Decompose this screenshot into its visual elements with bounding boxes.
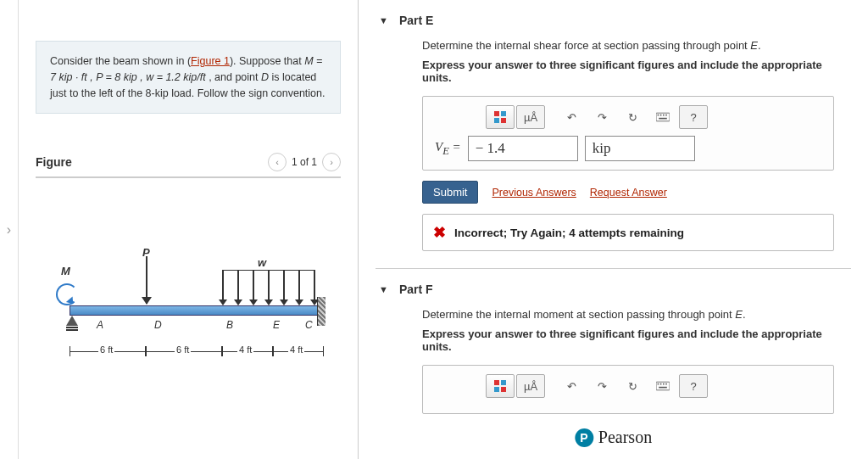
svg-rect-15 <box>658 383 659 385</box>
part-e-header[interactable]: ▼ Part E <box>376 0 851 36</box>
svg-rect-9 <box>659 118 667 120</box>
svg-rect-11 <box>501 380 506 385</box>
svg-rect-6 <box>660 115 662 116</box>
part-e-title: Part E <box>399 14 433 27</box>
dist-w-label: w <box>258 256 266 269</box>
svg-rect-10 <box>494 380 499 385</box>
svg-rect-12 <box>494 387 499 392</box>
feedback-box: ✖ Incorrect; Try Again; 4 attempts remai… <box>422 214 834 251</box>
previous-answers-link[interactable]: Previous Answers <box>492 187 576 199</box>
keyboard-button[interactable] <box>648 105 677 129</box>
pearson-logo-icon: P <box>575 428 593 447</box>
wall-support-icon <box>317 297 326 326</box>
value-input[interactable] <box>468 136 578 161</box>
intro-text: ). Suppose that <box>230 55 304 67</box>
part-e-answer-box: µÅ ↶ ↷ ↻ ? VE = <box>422 96 834 171</box>
panel-expand-handle[interactable]: › <box>0 0 19 459</box>
point-load-arrow-icon <box>146 256 147 304</box>
templates-button[interactable] <box>486 374 515 398</box>
problem-statement: Consider the beam shown in (Figure 1). S… <box>36 41 341 114</box>
svg-rect-18 <box>665 383 667 385</box>
figure-link[interactable]: Figure 1 <box>191 55 230 67</box>
dimension-row: 6 ft 6 ft 4 ft 4 ft <box>70 346 324 363</box>
caret-down-icon: ▼ <box>379 15 388 25</box>
point-a-label: A <box>97 319 103 331</box>
svg-rect-4 <box>656 113 670 121</box>
undo-button[interactable]: ↶ <box>557 105 586 129</box>
undo-button[interactable]: ↶ <box>557 374 586 398</box>
svg-rect-8 <box>665 115 667 116</box>
svg-rect-0 <box>494 111 499 116</box>
part-f-answer-box: µÅ ↶ ↷ ↻ ? <box>422 365 834 414</box>
svg-rect-1 <box>501 111 506 116</box>
pager-label: 1 of 1 <box>292 156 317 168</box>
figure-title: Figure <box>36 155 72 169</box>
svg-rect-2 <box>494 118 499 123</box>
part-f-instruction: Determine the internal moment at section… <box>422 308 834 321</box>
figure-next-button[interactable]: › <box>322 153 341 171</box>
part-e-section: ▼ Part E Determine the internal shear fo… <box>376 0 851 269</box>
submit-button[interactable]: Submit <box>422 181 478 204</box>
incorrect-icon: ✖ <box>433 223 446 242</box>
dim-1: 6 ft <box>98 344 114 355</box>
part-f-section: ▼ Part F Determine the internal moment a… <box>376 269 851 431</box>
help-button[interactable]: ? <box>679 105 708 129</box>
point-c-label: C <box>305 319 313 331</box>
part-f-header[interactable]: ▼ Part F <box>376 269 851 305</box>
pin-support-icon <box>66 316 78 334</box>
reset-button[interactable]: ↻ <box>618 105 647 129</box>
point-b-label: B <box>226 319 233 331</box>
svg-rect-19 <box>659 387 667 389</box>
point-d: D <box>261 71 269 83</box>
brand-footer: P Pearson <box>558 424 669 451</box>
beam-bar <box>70 305 324 316</box>
left-column: Consider the beam shown in (Figure 1). S… <box>19 0 358 459</box>
svg-rect-13 <box>501 387 506 392</box>
templates-button[interactable] <box>486 105 515 129</box>
intro-text: Consider the beam shown in ( <box>50 55 191 67</box>
variable-label: VE = <box>435 140 461 158</box>
units-button[interactable]: µÅ <box>516 105 545 129</box>
submit-row: Submit Previous Answers Request Answer <box>422 181 834 204</box>
feedback-text: Incorrect; Try Again; 4 attempts remaini… <box>454 227 684 239</box>
part-f-title: Part F <box>399 283 433 296</box>
point-e-label: E <box>273 319 280 331</box>
part-e-instruction: Determine the internal shear force at se… <box>422 39 834 52</box>
figure-prev-button[interactable]: ‹ <box>268 153 287 171</box>
svg-rect-17 <box>663 383 665 385</box>
intro-text: , and point <box>206 71 261 83</box>
distributed-load-icon <box>222 270 315 305</box>
svg-rect-7 <box>663 115 665 116</box>
part-f-format: Express your answer to three significant… <box>422 327 834 353</box>
svg-rect-3 <box>501 118 506 123</box>
beam-diagram: P M w A D B E C 6 ft <box>36 204 341 390</box>
dim-4: 4 ft <box>288 344 304 355</box>
request-answer-link[interactable]: Request Answer <box>590 187 667 199</box>
redo-button[interactable]: ↷ <box>587 374 616 398</box>
svg-rect-14 <box>656 382 670 390</box>
reset-button[interactable]: ↻ <box>618 374 647 398</box>
moment-arrow-icon <box>56 283 78 305</box>
caret-down-icon: ▼ <box>379 284 388 294</box>
answer-input-row: VE = <box>435 136 821 161</box>
keyboard-button[interactable] <box>648 374 677 398</box>
moment-m-label: M <box>61 265 70 277</box>
dim-2: 6 ft <box>175 344 191 355</box>
part-e-format: Express your answer to three significant… <box>422 59 834 84</box>
answer-toolbar: µÅ ↶ ↷ ↻ ? <box>435 105 821 129</box>
figure-header: Figure ‹ 1 of 1 › <box>36 148 341 178</box>
figure-pager: ‹ 1 of 1 › <box>268 153 341 171</box>
redo-button[interactable]: ↷ <box>587 105 616 129</box>
point-d-label: D <box>154 319 162 331</box>
brand-name: Pearson <box>598 428 652 447</box>
units-button[interactable]: µÅ <box>516 374 545 398</box>
svg-rect-5 <box>658 115 659 116</box>
right-column: ▼ Part E Determine the internal shear fo… <box>358 0 868 459</box>
help-button[interactable]: ? <box>679 374 708 398</box>
svg-rect-16 <box>660 383 662 385</box>
unit-input[interactable] <box>585 136 695 161</box>
answer-toolbar: µÅ ↶ ↷ ↻ ? <box>435 374 821 398</box>
dim-3: 4 ft <box>237 344 253 355</box>
